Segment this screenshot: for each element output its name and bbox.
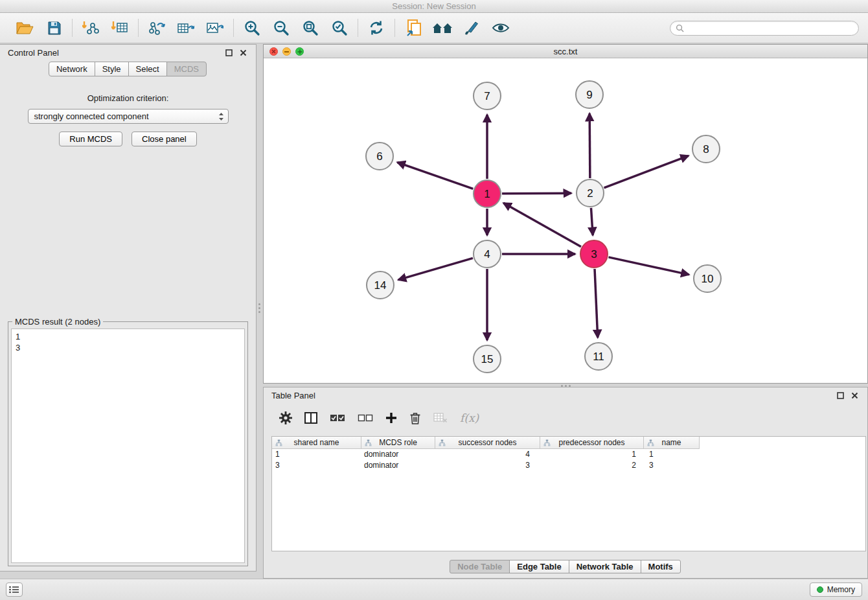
show-graphics-button[interactable] <box>490 17 511 38</box>
main-area: Control Panel Network Style Select MCDS … <box>0 44 868 579</box>
tab-node-table[interactable]: Node Table <box>450 560 510 573</box>
network-canvas[interactable]: 1234678910111415 <box>264 58 867 383</box>
float-panel-button[interactable] <box>223 47 234 58</box>
clone-network-icon <box>405 19 422 36</box>
apply-style-button[interactable] <box>461 17 482 38</box>
column-type-icon <box>647 439 654 448</box>
zoom-fit-icon <box>302 19 319 36</box>
node-2[interactable]: 2 <box>577 179 604 207</box>
node-11[interactable]: 11 <box>585 343 612 370</box>
import-table-button[interactable] <box>109 17 130 38</box>
save-icon <box>47 21 61 35</box>
edge-3-11[interactable] <box>595 269 598 338</box>
select-all-columns-button[interactable] <box>330 413 345 422</box>
columns-icon <box>304 412 317 424</box>
task-history-button[interactable] <box>6 583 23 597</box>
create-column-button[interactable] <box>385 412 397 424</box>
unchecked-boxes-icon <box>358 413 373 422</box>
table-toolbar: f(x) <box>264 406 867 430</box>
window-controls <box>269 47 304 56</box>
show-column-button[interactable] <box>304 412 317 424</box>
control-panel-tabs: Network Style Select MCDS <box>0 62 256 76</box>
export-image-button[interactable] <box>205 17 225 38</box>
import-network-icon <box>82 20 99 36</box>
zoom-selected-button[interactable] <box>329 17 350 38</box>
vertical-splitter-handle[interactable] <box>258 303 261 320</box>
checked-boxes-icon <box>330 413 345 422</box>
tab-network-table[interactable]: Network Table <box>569 560 641 573</box>
node-8[interactable]: 8 <box>692 135 720 163</box>
tab-edge-table[interactable]: Edge Table <box>509 560 569 573</box>
node-6[interactable]: 6 <box>366 143 393 170</box>
close-panel-button[interactable] <box>238 47 248 58</box>
criterion-value: strongly connected component <box>34 111 218 121</box>
zoom-in-button[interactable] <box>242 17 262 38</box>
tab-mcds[interactable]: MCDS <box>166 62 207 76</box>
run-mcds-button[interactable]: Run MCDS <box>59 132 122 146</box>
search-box[interactable] <box>670 21 859 36</box>
column-header-mcds-role[interactable]: MCDS role <box>361 437 435 449</box>
table-row[interactable]: 1 dominator 4 1 1 <box>272 449 865 460</box>
zoom-out-button[interactable] <box>271 17 291 38</box>
edge-2-9[interactable] <box>589 113 590 178</box>
column-header-shared-name[interactable]: shared name <box>272 437 361 449</box>
node-3[interactable]: 3 <box>580 240 608 268</box>
node-label: 6 <box>376 150 382 163</box>
close-table-panel-button[interactable] <box>849 390 860 400</box>
tab-network[interactable]: Network <box>49 62 95 76</box>
open-session-button[interactable] <box>14 17 35 38</box>
delete-column-button[interactable] <box>409 411 421 424</box>
column-header-successor-nodes[interactable]: successor nodes <box>435 437 540 449</box>
edge-3-1[interactable] <box>503 203 581 246</box>
import-group <box>73 17 138 38</box>
zoom-in-icon <box>244 19 260 36</box>
export-network-button[interactable] <box>146 17 167 38</box>
network-overview-button[interactable] <box>432 17 453 38</box>
edge-4-14[interactable] <box>398 258 473 279</box>
node-14[interactable]: 14 <box>367 271 394 299</box>
node-9[interactable]: 9 <box>576 81 603 108</box>
zoom-fit-button[interactable] <box>300 17 321 38</box>
refresh-layout-button[interactable] <box>366 17 387 38</box>
mcds-result-title: MCDS result (2 nodes) <box>12 317 103 327</box>
edge-1-2[interactable] <box>502 193 571 194</box>
tab-style[interactable]: Style <box>95 62 129 76</box>
maximize-window-button[interactable] <box>295 47 304 56</box>
zoom-out-icon <box>273 19 290 36</box>
clone-network-button[interactable] <box>403 17 424 38</box>
edge-2-3[interactable] <box>591 208 593 235</box>
export-table-button[interactable] <box>176 17 196 38</box>
node-7[interactable]: 7 <box>474 82 501 110</box>
network-window-titlebar[interactable]: scc.txt <box>264 45 867 58</box>
deselect-all-columns-button[interactable] <box>358 413 373 422</box>
float-table-panel-button[interactable] <box>835 390 845 400</box>
node-4[interactable]: 4 <box>474 240 501 268</box>
close-icon <box>851 392 858 399</box>
edge-1-6[interactable] <box>397 163 473 189</box>
table-row[interactable]: 3 dominator 3 2 3 <box>272 460 865 471</box>
column-header-name[interactable]: name <box>644 437 700 449</box>
node-15[interactable]: 15 <box>474 345 501 373</box>
node-1[interactable]: 1 <box>474 180 501 207</box>
node-label: 11 <box>593 351 604 363</box>
trash-icon <box>409 411 421 424</box>
column-header-predecessor-nodes[interactable]: predecessor nodes <box>540 437 644 449</box>
mcds-result-list[interactable]: 1 3 <box>11 329 245 563</box>
memory-button[interactable]: Memory <box>810 583 862 597</box>
minimize-window-button[interactable] <box>282 47 291 56</box>
node-10[interactable]: 10 <box>694 265 721 292</box>
import-network-button[interactable] <box>80 17 101 38</box>
tab-motifs[interactable]: Motifs <box>641 560 681 573</box>
edge-2-8[interactable] <box>604 156 689 188</box>
search-input[interactable] <box>687 23 853 32</box>
memory-status-icon <box>817 586 823 593</box>
table-settings-button[interactable] <box>279 411 292 424</box>
close-window-button[interactable] <box>269 47 278 56</box>
criterion-dropdown[interactable]: strongly connected component <box>28 109 229 124</box>
edge-3-10[interactable] <box>608 257 689 275</box>
tab-select[interactable]: Select <box>128 62 167 76</box>
view-group <box>395 17 519 38</box>
search-area <box>670 21 862 36</box>
close-panel-button-cp[interactable]: Close panel <box>131 132 197 146</box>
save-session-button[interactable] <box>43 17 64 38</box>
